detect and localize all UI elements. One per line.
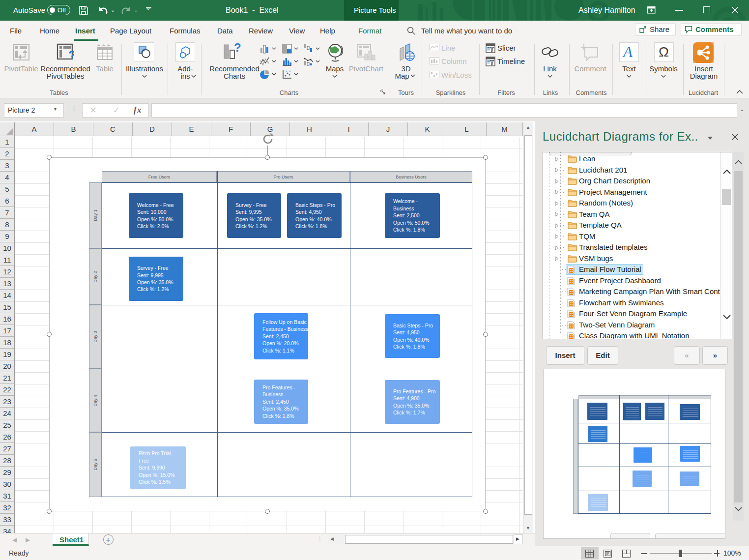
svg-text:?: ? <box>234 43 241 54</box>
svg-text:?: ? <box>68 48 74 61</box>
